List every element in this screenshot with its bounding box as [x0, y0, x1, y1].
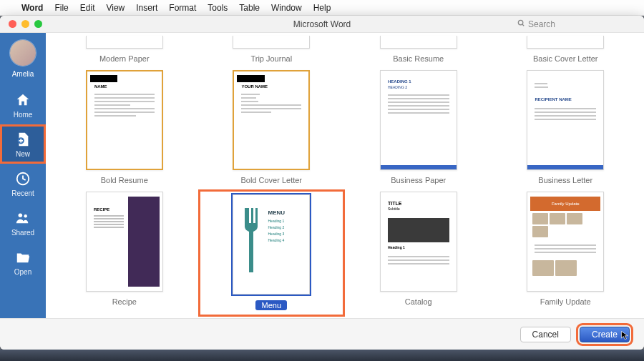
template-label: Bold Cover Letter	[240, 176, 302, 184]
recent-icon	[15, 171, 31, 187]
dialog-footer: Cancel Create	[0, 318, 644, 350]
sidebar-item-label: Open	[14, 268, 31, 276]
svg-point-0	[518, 20, 522, 24]
preview-heading: Heading 2	[268, 225, 285, 229]
template-search-input[interactable]	[528, 19, 635, 29]
sidebar-item-label: New	[16, 150, 30, 158]
template-label: Catalog	[405, 297, 432, 306]
menubar-format[interactable]: Format	[169, 3, 196, 13]
preview-title: MENU	[268, 209, 285, 216]
preview-heading: Heading 1	[388, 245, 405, 249]
folder-open-icon	[15, 249, 31, 265]
cancel-button[interactable]: Cancel	[520, 327, 571, 342]
template-business-paper[interactable]: HEADING 1 HEADING 2 Business Paper	[347, 70, 490, 184]
menubar-tools[interactable]: Tools	[208, 3, 228, 13]
template-label: Basic Cover Letter	[533, 54, 597, 63]
template-label: Family Update	[540, 297, 591, 306]
template-gallery-window: Microsoft Word Amelia Home New Recent	[0, 16, 644, 350]
menubar-table[interactable]: Table	[239, 3, 260, 13]
preview-heading: HEADING 1	[384, 75, 454, 85]
svg-line-1	[522, 24, 524, 26]
template-basic-resume[interactable]: Basic Resume	[347, 36, 490, 63]
create-button-label: Create	[592, 330, 618, 340]
create-button[interactable]: Create	[580, 327, 630, 342]
user-avatar[interactable]	[10, 40, 36, 66]
template-family-update[interactable]: Family Update Family Update	[494, 192, 638, 315]
template-label: Modern Paper	[99, 54, 150, 63]
shared-icon	[15, 210, 31, 226]
home-icon	[15, 92, 31, 108]
template-gallery[interactable]: Modern Paper Trip Journal Basic Resume B…	[46, 33, 644, 318]
template-recipe[interactable]: RECIPE Recipe	[53, 192, 196, 315]
template-label: Menu	[255, 300, 287, 310]
user-name: Amelia	[12, 70, 34, 78]
sidebar-item-recent[interactable]: Recent	[0, 164, 46, 203]
template-bold-resume[interactable]: NAME Bold Resume	[53, 70, 196, 184]
template-search[interactable]	[517, 19, 635, 29]
template-trip-journal[interactable]: Trip Journal	[200, 36, 343, 63]
menubar-help[interactable]: Help	[313, 3, 331, 13]
template-menu[interactable]: MENU Heading 1 Heading 2 Heading 3 Headi…	[200, 192, 343, 315]
preview-name: NAME	[90, 82, 159, 89]
mouse-cursor-icon	[620, 330, 630, 340]
preview-recipient: RECIPIENT NAME	[530, 93, 600, 103]
sidebar-item-label: Shared	[11, 229, 34, 237]
template-label: Business Letter	[538, 176, 592, 184]
svg-point-4	[19, 214, 22, 218]
preview-title: TITLE	[388, 201, 401, 206]
desktop-background	[0, 350, 644, 361]
menubar-file[interactable]: File	[54, 3, 68, 13]
sidebar-item-shared[interactable]: Shared	[0, 203, 46, 242]
preview-heading: Heading 1	[268, 219, 285, 223]
preview-name: YOUR NAME	[237, 82, 306, 89]
svg-point-5	[24, 214, 26, 217]
template-label: Trip Journal	[250, 54, 292, 63]
template-label: Bold Resume	[101, 176, 148, 184]
mac-menubar: Word File Edit View Insert Format Tools …	[0, 0, 644, 16]
preview-title: RECIPE	[94, 207, 109, 212]
preview-heading: Heading 4	[268, 238, 285, 242]
template-business-letter[interactable]: RECIPIENT NAME Business Letter	[494, 70, 638, 184]
menubar-edit[interactable]: Edit	[80, 3, 95, 13]
search-icon	[517, 19, 525, 29]
sidebar-item-home[interactable]: Home	[0, 85, 46, 124]
sidebar: Amelia Home New Recent Shared Open	[0, 33, 46, 318]
template-label: Basic Resume	[393, 54, 444, 63]
fork-icon	[242, 208, 265, 275]
preview-banner: Family Update	[530, 197, 600, 211]
preview-heading: Heading 3	[268, 232, 285, 236]
menubar-app[interactable]: Word	[21, 3, 43, 13]
template-label: Recipe	[112, 297, 137, 306]
menubar-view[interactable]: View	[106, 3, 125, 13]
menubar-insert[interactable]: Insert	[136, 3, 157, 13]
sidebar-item-label: Home	[14, 111, 33, 119]
template-modern-paper[interactable]: Modern Paper	[53, 36, 196, 63]
template-label: Business Paper	[391, 176, 446, 184]
menubar-window[interactable]: Window	[271, 3, 302, 13]
sidebar-item-new[interactable]: New	[0, 124, 46, 164]
sidebar-item-open[interactable]: Open	[0, 242, 46, 282]
window-titlebar: Microsoft Word	[0, 16, 644, 33]
template-bold-cover-letter[interactable]: YOUR NAME Bold Cover Letter	[200, 70, 343, 184]
new-document-icon	[15, 132, 31, 147]
template-basic-cover-letter[interactable]: Basic Cover Letter	[494, 36, 638, 63]
template-catalog[interactable]: TITLESubtitle Heading 1 Catalog	[347, 192, 490, 315]
preview-subtitle: Subtitle	[388, 207, 400, 211]
sidebar-item-label: Recent	[11, 189, 34, 197]
